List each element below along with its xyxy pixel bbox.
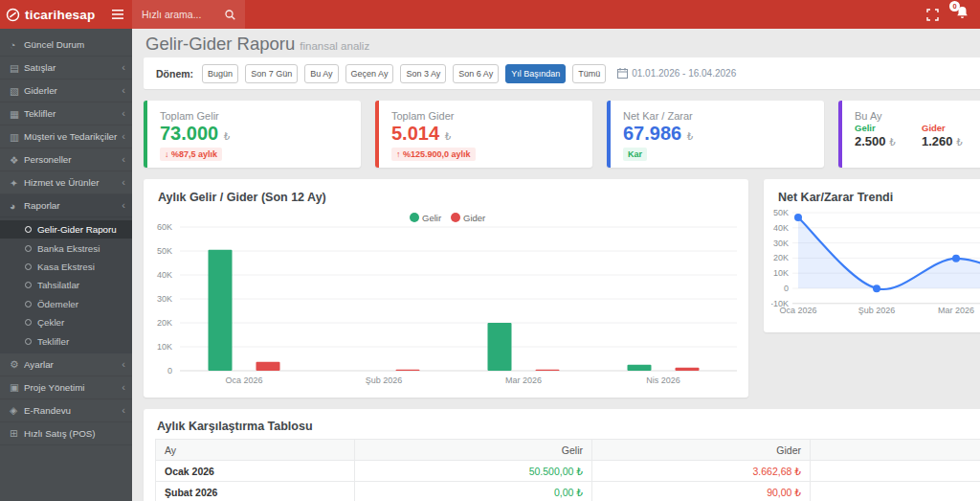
sidebar-subitem-banka-ekstresi[interactable]: Banka Ekstresi [0,239,132,257]
bu-ay-gelir: Gelir 2.500 ₺ [855,123,910,148]
search-icon[interactable] [225,10,235,20]
toplam-gelir-badge: ↓ %87,5 aylık [160,148,222,161]
appointment-icon: ◈ [10,404,24,416]
sidebar-item-hizli-satis-pos[interactable]: ⊞ Hızlı Satış (POS) [0,422,132,445]
sidebar-item-ayarlar[interactable]: ⚙ Ayarlar ‹ [0,353,132,376]
bar-chart: GelirGider010K20K30K40K50K60KOca 2026Şub… [151,204,741,388]
stat-card-toplam-gider: Toplam Gider 5.014 ₺ ↑ %125.900,0 aylık [375,101,592,168]
chevron-left-icon: ‹ [122,200,125,211]
expenses-icon: ▧ [10,85,24,97]
svg-text:50K: 50K [157,246,172,256]
bar-chart-title: Aylık Gelir / Gider (Son 12 Ay) [158,191,741,204]
page-subtitle: finansal analiz [300,40,369,52]
filter-button-son-7-gun[interactable]: Son 7 Gün [245,64,298,83]
sidebar-item-satislar[interactable]: ▤ Satışlar ‹ [0,57,132,80]
svg-text:20K: 20K [773,253,789,262]
chevron-left-icon: ‹ [122,154,125,165]
filter-button-yil-basindan[interactable]: Yıl Başından [505,64,566,83]
dashboard-icon: ◔ [10,39,24,51]
filter-button-son-6-ay[interactable]: Son 6 Ay [453,64,499,83]
main-content: Gelir-Gider Raporufinansal analiz Dönem:… [132,29,980,501]
svg-text:Oca 2026: Oca 2026 [779,306,816,315]
svg-text:Oca 2026: Oca 2026 [225,376,262,385]
comparison-table-card: Aylık Karşılaştırma Tablosu Ay Gelir Gid… [144,409,980,501]
svg-text:0: 0 [784,284,789,293]
table-header-row: Ay Gelir Gider [156,440,980,461]
sidebar-item-personeller[interactable]: ❖ Personeller ‹ [0,148,132,171]
filter-button-gecen-ay[interactable]: Geçen Ay [345,64,394,83]
projects-icon: ▣ [10,381,24,393]
sidebar-subitem-odemeler[interactable]: Ödemeler [0,295,132,313]
brand[interactable]: ticarihesap [0,0,132,29]
svg-text:Nis 2026: Nis 2026 [646,376,680,385]
svg-text:Mar 2026: Mar 2026 [938,306,974,315]
sidebar-item-raporlar[interactable]: ◕ Raporlar ‹ [0,194,132,217]
svg-text:50K: 50K [773,208,789,217]
col-gider: Gider [592,440,811,461]
toplam-gider-value: 5.014 ₺ [391,123,581,144]
calendar-icon [617,68,628,79]
circle-icon [25,282,32,288]
search-placeholder: Hızlı arama... [142,9,225,20]
table-title: Aylık Karşılaştırma Tablosu [157,420,980,433]
chevron-left-icon: ‹ [122,85,125,96]
stat-card-bu-ay: Bu Ay Gelir 2.500 ₺ Gider 1.260 ₺ [838,101,980,168]
col-gelir: Gelir [355,440,592,461]
chevron-left-icon: ‹ [122,405,125,416]
settings-icon: ⚙ [10,358,24,370]
search-input[interactable]: Hızlı arama... [132,0,245,29]
stat-card-toplam-gelir: Toplam Gelir 73.000 ₺ ↓ %87,5 aylık [144,101,361,168]
sidebar-subitem-teklifler[interactable]: Teklifler [0,331,132,350]
sidebar-subitem-kasa-ekstresi[interactable]: Kasa Ekstresi [0,258,132,276]
table-row: Ocak 2026 50.500,00 ₺ 3.662,68 ₺ [156,461,980,482]
col-ay: Ay [156,440,355,461]
circle-icon [25,226,32,233]
chevron-left-icon: ‹ [122,62,125,73]
sidebar-subitem-cekler[interactable]: Çekler [0,313,132,331]
staff-icon: ❖ [10,154,24,166]
svg-text:20K: 20K [157,318,172,328]
sidebar-item-musteri-tedarikciler[interactable]: ▥ Müşteri ve Tedarikçiler ‹ [0,125,132,148]
svg-text:60K: 60K [157,222,172,232]
reports-icon: ◕ [10,200,24,212]
sidebar-item-hizmet-urunler[interactable]: ✦ Hizmet ve Ürünler ‹ [0,171,132,194]
svg-text:40K: 40K [157,270,172,280]
sidebar-subitem-gelir-gider-raporu[interactable]: Gelir-Gider Raporu [0,220,132,239]
bu-ay-gider: Gider 1.260 ₺ [922,123,977,148]
chevron-left-icon: ‹ [122,131,125,142]
period-filter-bar: Dönem: Bugün Son 7 Gün Bu Ay Geçen Ay So… [144,57,980,89]
filter-button-bu-ay[interactable]: Bu Ay [304,64,338,83]
svg-text:30K: 30K [773,239,789,248]
raporlar-submenu: Gelir-Gider Raporu Banka Ekstresi Kasa E… [0,217,132,353]
svg-text:Şub 2026: Şub 2026 [858,306,896,315]
toplam-gelir-value: 73.000 ₺ [160,123,349,144]
bar-chart-card: Aylık Gelir / Gider (Son 12 Ay) GelirGid… [144,179,748,398]
sidebar-item-giderler[interactable]: ▧ Giderler ‹ [0,80,132,102]
filter-button-tumu[interactable]: Tümü [572,64,606,83]
menu-toggle-icon[interactable] [112,10,123,19]
sidebar-item-proje-yonetimi[interactable]: ▣ Proje Yönetimi ‹ [0,376,132,399]
stat-card-net-kar-zarar: Net Kar / Zarar 67.986 ₺ Kar [607,101,824,168]
notifications-button[interactable]: 0 [956,6,969,23]
sidebar-subitem-tahsilatlar[interactable]: Tahsilatlar [0,276,132,294]
brand-name: ticarihesap [25,8,112,22]
fullscreen-icon[interactable] [926,9,939,21]
filter-button-bugun[interactable]: Bugün [202,64,238,83]
line-chart: -10K010K20K30K40K50KOca 2026Şub 2026Mar … [771,204,980,319]
svg-text:0: 0 [167,366,172,376]
filter-button-son-3-ay[interactable]: Son 3 Ay [400,64,446,83]
customers-icon: ▥ [10,131,24,143]
top-bar: ticarihesap Hızlı arama... 0 [0,0,980,29]
circle-icon [25,319,32,326]
kar-badge: Kar [623,148,647,161]
offers-icon: ▦ [10,108,24,120]
svg-text:Mar 2026: Mar 2026 [505,376,542,385]
sidebar-item-guncel-durum[interactable]: ◔ Güncel Durum [0,34,132,57]
sidebar-item-e-randevu[interactable]: ◈ E-Randevu ‹ [0,399,132,422]
period-label: Dönem: [156,68,193,80]
date-range[interactable]: 01.01.2026 - 16.04.2026 [617,68,736,79]
sidebar: ◔ Güncel Durum ▤ Satışlar ‹ ▧ Giderler ‹… [0,29,132,501]
svg-text:Gider: Gider [463,213,485,223]
sidebar-item-teklifler[interactable]: ▦ Teklifler ‹ [0,102,132,125]
circle-icon [25,338,32,345]
